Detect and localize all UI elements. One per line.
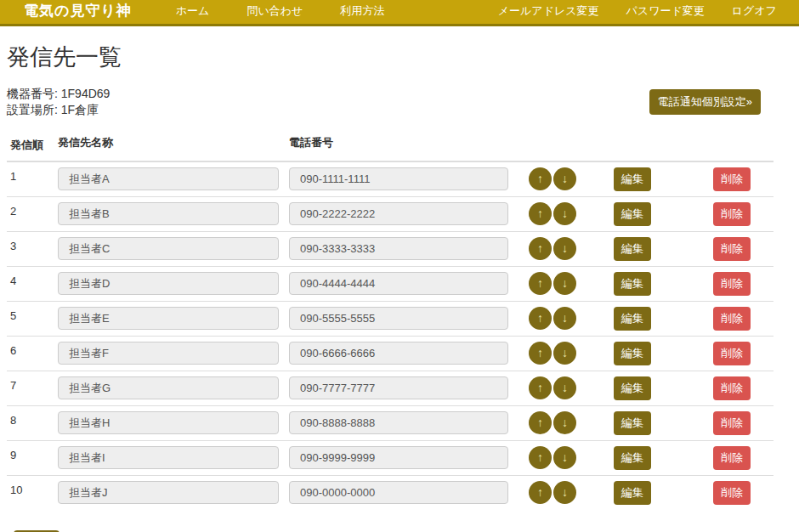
nav-item-logoff[interactable]: ログオフ	[718, 3, 790, 19]
edit-button[interactable]: 編集	[614, 376, 651, 400]
table-row: 7 ↑ ↓ 編集 削除	[7, 371, 774, 406]
move-up-button[interactable]: ↑	[529, 202, 552, 225]
move-up-button[interactable]: ↑	[529, 376, 552, 399]
edit-button[interactable]: 編集	[614, 307, 651, 331]
edit-button[interactable]: 編集	[614, 481, 651, 505]
move-down-button[interactable]: ↓	[553, 272, 576, 295]
delete-button[interactable]: 削除	[713, 411, 751, 435]
phone-individual-setting-button[interactable]: 電話通知個別設定»	[649, 89, 761, 115]
name-input[interactable]	[58, 237, 279, 260]
phone-input[interactable]	[289, 202, 508, 225]
phone-input[interactable]	[289, 481, 508, 504]
page-title: 発信先一覧	[7, 42, 774, 72]
move-down-button[interactable]: ↓	[553, 376, 576, 399]
phone-input[interactable]	[289, 411, 508, 434]
delete-button[interactable]: 削除	[713, 446, 751, 470]
edit-button[interactable]: 編集	[614, 446, 651, 470]
delete-button[interactable]: 削除	[713, 481, 751, 505]
name-input[interactable]	[58, 202, 279, 225]
table-row: 2 ↑ ↓ 編集 削除	[7, 197, 774, 232]
destination-table: 発信順 発信先名称 電話番号 1 ↑ ↓ 編集 削除 2 ↑ ↓ 編	[7, 130, 774, 510]
edit-button[interactable]: 編集	[614, 202, 651, 226]
edit-button[interactable]: 編集	[614, 272, 651, 296]
phone-input[interactable]	[289, 446, 508, 469]
table-body: 1 ↑ ↓ 編集 削除 2 ↑ ↓ 編集 削除 3	[7, 162, 774, 510]
row-order-number: 10	[7, 481, 58, 496]
delete-button[interactable]: 削除	[713, 342, 751, 365]
move-down-button[interactable]: ↓	[553, 167, 576, 190]
page: 電気の見守り神 ホーム 問い合わせ 利用方法 メールアドレス変更 パスワード変更…	[0, 0, 799, 532]
table-row: 8 ↑ ↓ 編集 削除	[7, 406, 774, 441]
row-actions: ↑ ↓ 編集 削除	[529, 272, 774, 296]
phone-input[interactable]	[289, 342, 508, 365]
row-actions: ↑ ↓ 編集 削除	[529, 481, 774, 505]
move-up-button[interactable]: ↑	[529, 481, 552, 504]
move-up-button[interactable]: ↑	[529, 237, 552, 260]
row-actions: ↑ ↓ 編集 削除	[529, 237, 774, 261]
move-down-button[interactable]: ↓	[553, 307, 576, 330]
name-input[interactable]	[58, 481, 279, 504]
phone-input[interactable]	[289, 237, 508, 260]
main-content: 発信先一覧 機器番号: 1F94D69 設置場所: 1F倉庫 電話通知個別設定»…	[0, 26, 799, 532]
edit-button[interactable]: 編集	[614, 167, 651, 191]
delete-button[interactable]: 削除	[713, 202, 751, 226]
move-down-button[interactable]: ↓	[553, 342, 576, 365]
installation-location: 設置場所: 1F倉庫	[7, 102, 110, 118]
phone-input[interactable]	[289, 167, 508, 190]
row-order-number: 3	[7, 237, 58, 252]
table-row: 10 ↑ ↓ 編集 削除	[7, 476, 774, 510]
row-actions: ↑ ↓ 編集 削除	[529, 446, 774, 470]
nav-item-usage[interactable]: 利用方法	[321, 3, 403, 19]
row-order-number: 8	[7, 411, 58, 427]
name-input[interactable]	[58, 376, 279, 399]
edit-button[interactable]: 編集	[614, 411, 651, 435]
phone-input[interactable]	[289, 307, 508, 330]
nav-item-contact[interactable]: 問い合わせ	[228, 3, 321, 19]
move-down-button[interactable]: ↓	[553, 446, 576, 469]
move-up-button[interactable]: ↑	[529, 411, 552, 434]
nav-item-change-password[interactable]: パスワード変更	[613, 3, 718, 19]
move-up-button[interactable]: ↑	[529, 446, 552, 469]
delete-button[interactable]: 削除	[713, 167, 751, 191]
table-row: 1 ↑ ↓ 編集 削除	[7, 162, 774, 197]
move-up-button[interactable]: ↑	[529, 307, 552, 330]
delete-button[interactable]: 削除	[713, 237, 751, 261]
row-order-number: 5	[7, 307, 58, 322]
info-bar: 機器番号: 1F94D69 設置場所: 1F倉庫 電話通知個別設定»	[7, 86, 774, 118]
edit-button[interactable]: 編集	[614, 237, 651, 261]
nav-item-home[interactable]: ホーム	[157, 3, 229, 19]
table-row: 3 ↑ ↓ 編集 削除	[7, 232, 774, 267]
phone-input[interactable]	[289, 376, 508, 399]
move-down-button[interactable]: ↓	[553, 481, 576, 504]
move-up-button[interactable]: ↑	[529, 167, 552, 190]
device-info: 機器番号: 1F94D69 設置場所: 1F倉庫	[7, 86, 110, 118]
name-input[interactable]	[58, 307, 279, 330]
row-order-number: 7	[7, 376, 58, 392]
move-up-button[interactable]: ↑	[529, 272, 552, 295]
row-actions: ↑ ↓ 編集 削除	[529, 202, 774, 226]
nav-right: メールアドレス変更 パスワード変更 ログオフ	[484, 3, 790, 19]
name-input[interactable]	[58, 446, 279, 469]
name-input[interactable]	[58, 342, 279, 365]
name-input[interactable]	[58, 411, 279, 434]
nav-item-change-email[interactable]: メールアドレス変更	[484, 3, 613, 19]
brand-logo[interactable]: 電気の見守り神	[24, 1, 132, 20]
table-row: 4 ↑ ↓ 編集 削除	[7, 267, 774, 302]
move-down-button[interactable]: ↓	[553, 237, 576, 260]
edit-button[interactable]: 編集	[614, 342, 651, 365]
delete-button[interactable]: 削除	[713, 376, 751, 400]
delete-button[interactable]: 削除	[713, 272, 751, 296]
row-actions: ↑ ↓ 編集 削除	[529, 411, 774, 435]
row-actions: ↑ ↓ 編集 削除	[529, 376, 774, 400]
delete-button[interactable]: 削除	[713, 307, 751, 331]
name-input[interactable]	[58, 167, 279, 190]
name-input[interactable]	[58, 272, 279, 295]
move-up-button[interactable]: ↑	[529, 342, 552, 365]
phone-input[interactable]	[289, 272, 508, 295]
move-down-button[interactable]: ↓	[553, 411, 576, 434]
top-navbar: 電気の見守り神 ホーム 問い合わせ 利用方法 メールアドレス変更 パスワード変更…	[0, 0, 799, 26]
move-down-button[interactable]: ↓	[553, 202, 576, 225]
row-order-number: 1	[7, 167, 58, 183]
table-header: 発信順 発信先名称 電話番号	[7, 130, 774, 162]
row-order-number: 9	[7, 446, 58, 461]
